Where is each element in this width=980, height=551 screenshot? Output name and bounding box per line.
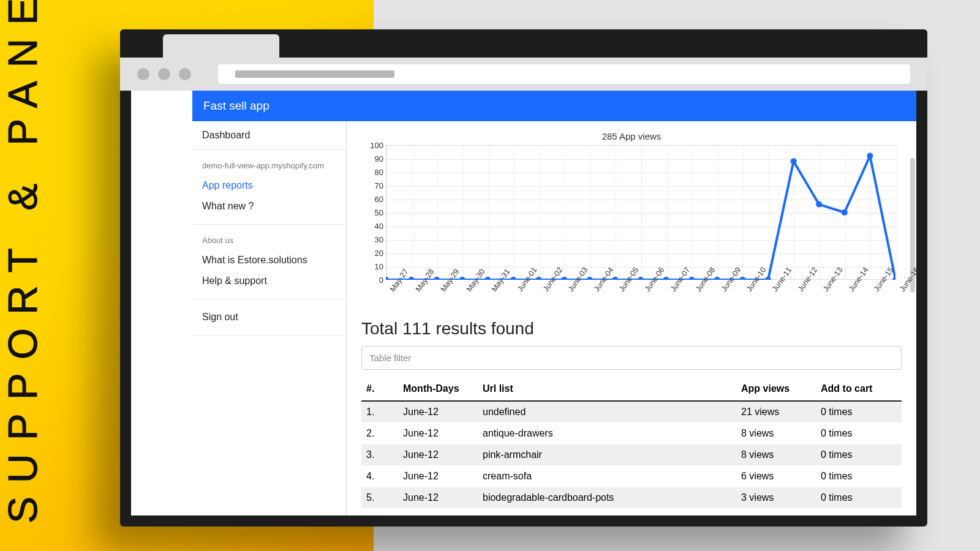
cell-cart: 0 times xyxy=(816,423,902,444)
cell-cart: 0 times xyxy=(816,466,902,487)
results-title: Total 111 results found xyxy=(361,319,902,339)
cell-idx: 1. xyxy=(361,401,398,423)
cell-cart: 0 times xyxy=(816,444,902,466)
cell-views: 8 views xyxy=(736,423,816,444)
y-tick: 100 xyxy=(361,141,383,150)
cell-idx: 4. xyxy=(361,466,398,487)
cell-month: June-12 xyxy=(398,401,478,423)
sidebar: Dashboard demo-full-view-app.myshopify.c… xyxy=(192,121,347,515)
chart-title: 285 App views xyxy=(361,129,902,145)
table-row[interactable]: 5.June-12biodegradable-cardboard-pots3 v… xyxy=(361,487,902,509)
cell-month: June-12 xyxy=(398,444,478,466)
cell-cart: 0 times xyxy=(816,487,902,509)
col-idx[interactable]: #. xyxy=(361,377,398,401)
cell-views: 8 views xyxy=(736,444,816,466)
cell-idx: 3. xyxy=(361,444,398,466)
table-row[interactable]: 2.June-12antique-drawers8 views0 times xyxy=(361,423,902,444)
col-views[interactable]: App views xyxy=(736,377,816,401)
sidebar-item-what-is[interactable]: What is Estore.solutions xyxy=(192,251,346,272)
browser-frame: Fast sell app Dashboard demo-full-view-a… xyxy=(120,29,927,527)
col-url[interactable]: Url list xyxy=(478,377,736,401)
table-row[interactable]: 1.June-12undefined21 views0 times xyxy=(361,401,902,423)
app-title: Fast sell app xyxy=(203,99,270,112)
y-tick: 40 xyxy=(361,222,383,231)
browser-tab[interactable] xyxy=(163,34,279,58)
cell-idx: 2. xyxy=(361,423,398,444)
cell-month: June-12 xyxy=(398,466,478,487)
viewport: Fast sell app Dashboard demo-full-view-a… xyxy=(131,91,916,515)
col-cart[interactable]: Add to cart xyxy=(816,377,902,401)
browser-tabs-bar xyxy=(120,29,927,58)
cell-views: 6 views xyxy=(736,466,816,487)
results-table: #. Month-Days Url list App views Add to … xyxy=(361,377,902,509)
table-filter-input[interactable] xyxy=(361,346,902,370)
cell-month: June-12 xyxy=(398,487,478,509)
sidebar-item-dashboard[interactable]: Dashboard xyxy=(192,121,346,149)
sidebar-store-domain: demo-full-view-app.myshopify.com xyxy=(192,159,346,176)
cell-views: 21 views xyxy=(736,401,816,423)
cell-url: biodegradable-cardboard-pots xyxy=(478,487,736,509)
content: 285 App views 0102030405060708090100 May… xyxy=(347,121,916,515)
table-row[interactable]: 3.June-12pink-armchair8 views0 times xyxy=(361,444,902,466)
cell-url: undefined xyxy=(478,401,736,423)
browser-toolbar xyxy=(120,58,927,91)
app-header: Fast sell app xyxy=(192,91,916,121)
sidebar-item-app-reports[interactable]: App reports xyxy=(192,176,346,197)
cell-url: cream-sofa xyxy=(478,466,736,487)
y-tick: 90 xyxy=(361,154,383,163)
cell-month: June-12 xyxy=(398,423,478,444)
address-bar[interactable] xyxy=(218,64,910,84)
sidebar-item-help[interactable]: Help & support xyxy=(192,272,346,293)
cell-idx: 5. xyxy=(361,487,398,509)
sidebar-heading-about: About us xyxy=(192,233,346,251)
cell-url: pink-armchair xyxy=(478,444,736,466)
y-tick: 0 xyxy=(361,276,383,285)
window-dot[interactable] xyxy=(137,68,149,80)
y-tick: 70 xyxy=(361,181,383,190)
y-tick: 60 xyxy=(361,195,383,204)
window-dot[interactable] xyxy=(179,68,191,80)
cell-views: 3 views xyxy=(736,487,816,509)
window-dot[interactable] xyxy=(158,68,170,80)
address-placeholder xyxy=(235,70,394,78)
left-gutter xyxy=(131,91,192,515)
sidebar-item-signout[interactable]: Sign out xyxy=(192,308,346,329)
cell-cart: 0 times xyxy=(816,401,902,423)
sidebar-item-what-new[interactable]: What new ? xyxy=(192,197,346,218)
table-row[interactable]: 4.June-12cream-sofa6 views0 times xyxy=(361,466,902,487)
promo-label: SUPPORT & PANEL xyxy=(0,0,46,523)
y-tick: 50 xyxy=(361,208,383,217)
col-month[interactable]: Month-Days xyxy=(398,377,478,401)
y-tick: 30 xyxy=(361,235,383,244)
chart: 0102030405060708090100 May-27May-28May-2… xyxy=(361,145,902,317)
y-tick: 10 xyxy=(361,262,383,271)
cell-url: antique-drawers xyxy=(478,423,736,444)
y-tick: 20 xyxy=(361,249,383,258)
y-tick: 80 xyxy=(361,168,383,177)
